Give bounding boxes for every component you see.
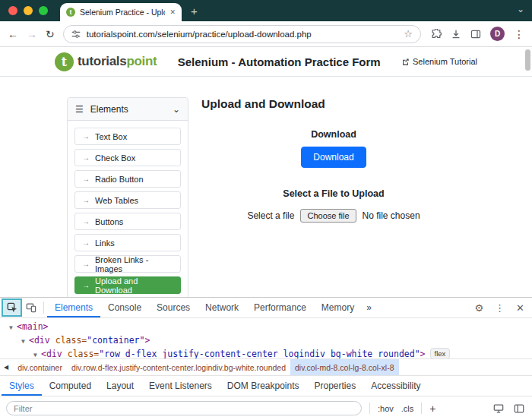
reload-button[interactable]: ↻	[46, 29, 55, 39]
arrow-right-icon: →	[82, 260, 90, 268]
tab-label: Sources	[157, 302, 190, 313]
dom-node-main[interactable]: ▼<main>	[0, 321, 532, 334]
sidebar-item-text-box[interactable]: → Text Box	[74, 128, 181, 145]
url-text[interactable]: tutorialspoint.com/selenium/practice/upl…	[87, 30, 398, 39]
flex-badge[interactable]: flex	[430, 348, 451, 358]
tab-styles[interactable]: Styles	[2, 376, 42, 396]
settings-gear-icon[interactable]: ⚙	[474, 303, 483, 313]
close-tab-icon[interactable]: ✕	[169, 8, 176, 16]
toolbar-divider	[43, 302, 44, 314]
new-tab-button[interactable]: +	[191, 5, 198, 17]
extensions-puzzle-icon[interactable]	[431, 29, 442, 39]
devtools-tab-elements[interactable]: Elements	[47, 298, 100, 317]
sidebar-item-radio-button[interactable]: → Radio Button	[74, 170, 181, 188]
file-input-label: Select a file	[247, 210, 294, 221]
elements-tree: ▼<main> ▼<divclass="container"> ▼<divcla…	[0, 318, 532, 358]
filter-bar-right-icons	[493, 403, 526, 414]
devtools-tab-sources[interactable]: Sources	[149, 298, 198, 317]
upload-heading: Select a File to Upload	[201, 188, 466, 199]
profile-avatar[interactable]: D	[490, 27, 505, 41]
arrow-right-icon: →	[82, 196, 90, 204]
close-window-button[interactable]	[8, 6, 17, 15]
breadcrumb-container[interactable]: div.container	[13, 359, 67, 375]
dom-tag: <main>	[17, 321, 49, 332]
sidebar-item-label: Upload and Download	[95, 276, 173, 295]
inspect-element-button[interactable]	[2, 298, 22, 317]
dom-breadcrumbs: ◀ div.container div.row.d-flex.justify-c…	[0, 358, 532, 375]
dom-attr: class=	[68, 349, 100, 358]
sidebar-item-buttons[interactable]: → Buttons	[74, 213, 181, 230]
dom-tag-close: >	[144, 335, 150, 346]
toggle-pseudo-state-button[interactable]: :hov	[378, 404, 394, 413]
tab-event-listeners[interactable]: Event Listeners	[141, 376, 220, 396]
sidebar-item-links[interactable]: → Links	[74, 234, 181, 251]
page-scrollbar[interactable]	[525, 49, 530, 71]
forward-button[interactable]: →	[27, 29, 37, 39]
downloads-icon[interactable]	[451, 29, 461, 39]
device-toolbar-icon	[26, 302, 36, 313]
arrow-right-icon: →	[82, 281, 90, 289]
device-toolbar-button[interactable]	[22, 298, 40, 317]
devtools-tab-memory[interactable]: Memory	[314, 298, 362, 317]
expand-arrow-icon[interactable]: ▼	[21, 336, 29, 348]
arrow-right-icon: →	[82, 132, 90, 141]
side-panel-icon[interactable]	[470, 29, 481, 39]
site-settings-icon[interactable]	[71, 30, 81, 39]
choose-file-button[interactable]: Choose file	[300, 209, 356, 223]
logo-text-secondary: point	[126, 54, 157, 68]
page-title: Selenium - Automation Practice Form	[157, 55, 401, 68]
breadcrumb-scroll-left-icon[interactable]: ◀	[0, 364, 13, 371]
address-bar[interactable]: tutorialspoint.com/selenium/practice/upl…	[63, 25, 421, 43]
devtools-tab-console[interactable]: Console	[100, 298, 149, 317]
bookmark-star-icon[interactable]: ☆	[404, 29, 413, 39]
sidebar-item-label: Check Box	[95, 153, 135, 163]
download-button[interactable]: Download	[301, 147, 366, 168]
sidebar-item-label: Web Tables	[95, 196, 138, 205]
sidebar-item-label: Buttons	[95, 217, 123, 226]
dom-node-container[interactable]: ▼<divclass="container">	[0, 334, 532, 348]
devtools-tab-network[interactable]: Network	[198, 298, 246, 317]
sidebar-panel-icon[interactable]	[514, 403, 524, 414]
chevron-down-icon[interactable]: ⌄	[517, 4, 524, 14]
devtools-tab-performance[interactable]: Performance	[246, 298, 314, 317]
browser-window: t Selenium Practice - Upload a ✕ + ⌄ ← →…	[0, 0, 532, 420]
sidebar-item-check-box[interactable]: → Check Box	[74, 149, 181, 166]
logo-text-primary: tutorials	[78, 54, 126, 68]
breadcrumb-col-selected[interactable]: div.col-md-8.col-lg-8.col-xl-8	[290, 359, 399, 375]
tab-label: Performance	[254, 302, 306, 313]
back-button[interactable]: ←	[8, 29, 18, 39]
tab-accessibility[interactable]: Accessibility	[363, 376, 428, 396]
browser-menu-icon[interactable]: ⋮	[514, 29, 524, 39]
styles-filter-input[interactable]	[6, 401, 362, 415]
tab-properties[interactable]: Properties	[307, 376, 364, 396]
monitor-icon[interactable]	[493, 403, 504, 414]
sidebar-item-upload-and-download[interactable]: → Upload and Download	[74, 276, 181, 294]
tab-dom-breakpoints[interactable]: DOM Breakpoints	[220, 376, 307, 396]
tab-computed[interactable]: Computed	[42, 376, 99, 396]
zoom-window-button[interactable]	[39, 6, 48, 15]
expand-arrow-icon[interactable]: ▼	[9, 322, 17, 334]
tab-label: Computed	[49, 381, 91, 391]
dom-node-row[interactable]: ▼<divclass="row d-flex justify-content-c…	[0, 348, 532, 358]
new-style-rule-button[interactable]: +	[429, 403, 435, 414]
arrow-right-icon: →	[82, 238, 90, 247]
expand-arrow-icon[interactable]: ▼	[33, 349, 41, 358]
browser-tab[interactable]: t Selenium Practice - Upload a ✕	[60, 3, 182, 21]
more-tabs-icon[interactable]: »	[362, 302, 376, 313]
tab-layout[interactable]: Layout	[99, 376, 141, 396]
section-title: Upload and Download	[201, 97, 466, 111]
tab-label: Memory	[321, 302, 354, 313]
customize-devtools-icon[interactable]: ⋮	[495, 303, 505, 313]
close-devtools-icon[interactable]: ✕	[516, 303, 524, 313]
sidebar-item-web-tables[interactable]: → Web Tables	[74, 191, 181, 209]
sidebar-header[interactable]: ☰ Elements ⌄	[68, 98, 188, 121]
arrow-right-icon: →	[82, 217, 90, 226]
filter-divider	[369, 403, 370, 414]
browser-toolbar: ← → ↻ tutorialspoint.com/selenium/practi…	[0, 21, 532, 47]
breadcrumb-row[interactable]: div.row.d-flex.justify-content-center.lo…	[67, 359, 290, 375]
selenium-tutorial-link[interactable]: Selenium Tutorial	[401, 57, 477, 66]
tutorialspoint-logo[interactable]: t tutorialspoint	[55, 52, 157, 71]
minimize-window-button[interactable]	[24, 6, 33, 15]
toggle-element-classes-button[interactable]: .cls	[401, 404, 414, 413]
sidebar-item-broken-links-images[interactable]: → Broken Links - Images	[74, 255, 181, 273]
